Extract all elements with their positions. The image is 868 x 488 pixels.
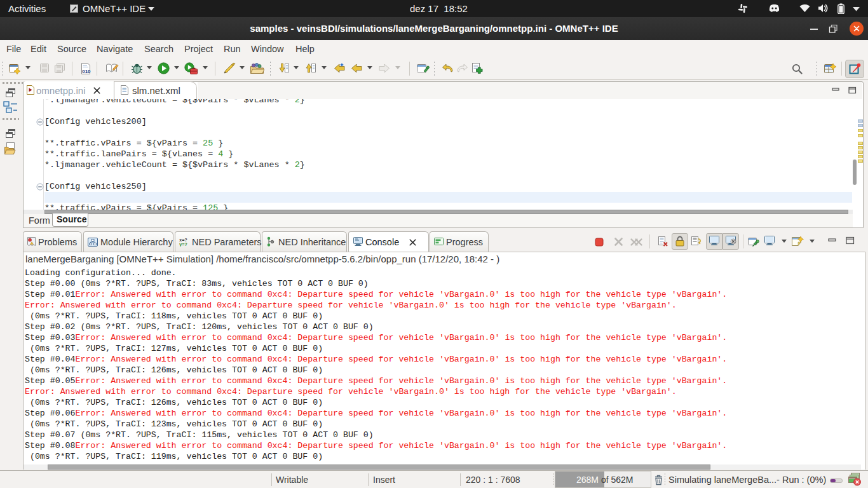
svg-text:010: 010 [82,69,91,74]
